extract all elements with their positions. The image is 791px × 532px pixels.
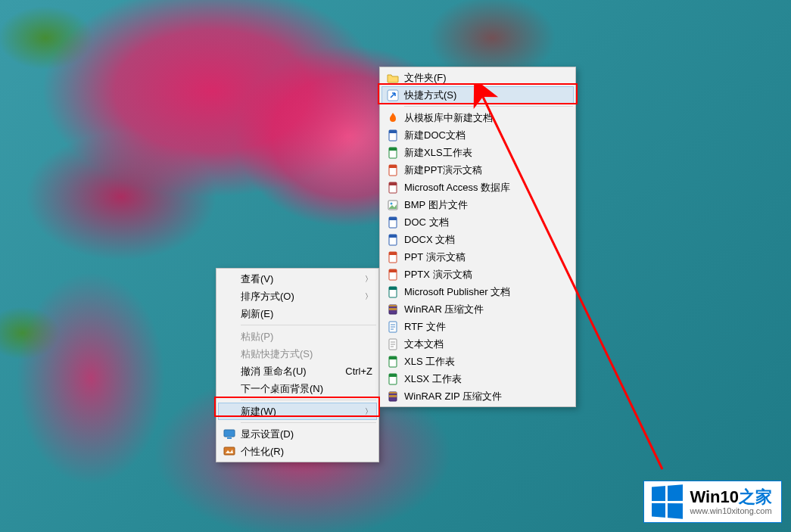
submenu-item[interactable]: Microsoft Publisher 文档: [381, 283, 574, 300]
menu-label: 下一个桌面背景(N): [238, 382, 372, 396]
watermark-badge: Win10之家 www.win10xitong.com: [643, 481, 782, 523]
submenu-item[interactable]: 从模板库中新建文档: [381, 109, 574, 126]
svg-rect-9: [389, 165, 397, 168]
menu-separator: [241, 422, 376, 423]
submenu-label: XLS 工作表: [401, 355, 569, 369]
shortcut-icon: [385, 89, 401, 102]
xls-icon: [385, 355, 401, 369]
submenu-item[interactable]: 新建DOC文档: [381, 126, 574, 144]
submenu-label: 文件夹(F): [401, 71, 569, 85]
submenu-item[interactable]: XLS 工作表: [381, 353, 574, 370]
submenu-label: RTF 文件: [401, 320, 569, 334]
blank-icon: [221, 405, 238, 418]
blank-icon: [221, 382, 238, 396]
submenu-item[interactable]: Microsoft Access 数据库: [381, 179, 574, 196]
rar-icon: [385, 303, 401, 316]
watermark-url: www.win10xitong.com: [690, 506, 772, 515]
submenu-label: XLSX 工作表: [401, 372, 569, 386]
submenu-label: PPTX 演示文稿: [401, 268, 569, 282]
menu-item-paste-shortcut: 粘贴快捷方式(S): [218, 345, 377, 362]
menu-item-display-settings[interactable]: 显示设置(D): [218, 425, 377, 443]
menu-item-next-background[interactable]: 下一个桌面背景(N): [218, 380, 377, 397]
windows-logo-icon: [652, 484, 683, 518]
blank-icon: [221, 272, 238, 286]
submenu-item[interactable]: 文件夹(F): [381, 69, 574, 86]
submenu-label: DOCX 文档: [401, 233, 569, 247]
menu-separator: [241, 400, 376, 400]
submenu-label: 快捷方式(S): [401, 89, 569, 102]
submenu-label: 新建PPT演示文稿: [401, 163, 569, 177]
submenu-item[interactable]: PPT 演示文稿: [381, 248, 574, 266]
menu-item-sort[interactable]: 排序方式(O) 〉: [218, 288, 377, 305]
menu-separator: [241, 325, 376, 325]
svg-rect-21: [389, 269, 397, 272]
submenu-arrow-icon: 〉: [365, 406, 372, 417]
blank-icon: [221, 307, 238, 321]
submenu-label: BMP 图片文件: [401, 198, 569, 212]
svg-rect-32: [389, 374, 397, 377]
pub-icon: [385, 285, 401, 299]
ppt-icon: [385, 163, 401, 177]
submenu-item[interactable]: BMP 图片文件: [381, 196, 574, 213]
menu-item-undo-rename[interactable]: 撤消 重命名(U) Ctrl+Z: [218, 362, 377, 380]
doc-icon: [385, 216, 401, 229]
svg-rect-11: [389, 182, 397, 185]
submenu-label: DOC 文档: [401, 216, 569, 229]
submenu-label: WinRAR ZIP 压缩文件: [401, 390, 569, 403]
ppt-icon: [385, 250, 401, 264]
svg-rect-19: [389, 252, 397, 255]
submenu-item[interactable]: PPTX 演示文稿: [381, 266, 574, 283]
xls-icon: [385, 372, 401, 386]
watermark-title-accent: 之家: [739, 487, 772, 506]
svg-rect-7: [389, 148, 397, 151]
submenu-item[interactable]: XLSX 工作表: [381, 370, 574, 387]
svg-rect-25: [389, 308, 397, 310]
submenu-arrow-icon: 〉: [365, 291, 372, 302]
menu-separator: [404, 106, 573, 107]
menu-label: 查看(V): [238, 272, 359, 286]
menu-label: 排序方式(O): [238, 290, 359, 303]
svg-rect-2: [224, 447, 235, 455]
submenu-item[interactable]: RTF 文件: [381, 318, 574, 335]
svg-rect-34: [389, 395, 397, 397]
svg-rect-35: [389, 392, 397, 394]
desktop-context-menu: 查看(V) 〉 排序方式(O) 〉 刷新(E) 粘贴(P) 粘贴快捷方式(S) …: [216, 268, 379, 462]
submenu-item[interactable]: 文本文档: [381, 335, 574, 353]
submenu-item[interactable]: WinRAR 压缩文件: [381, 300, 574, 318]
menu-item-refresh[interactable]: 刷新(E): [218, 305, 377, 322]
submenu-item[interactable]: 新建XLS工作表: [381, 144, 574, 161]
svg-point-13: [391, 202, 393, 204]
flame-icon: [385, 111, 401, 125]
svg-rect-17: [389, 235, 397, 238]
menu-label: 个性化(R): [238, 445, 372, 459]
menu-item-personalize[interactable]: 个性化(R): [218, 443, 377, 460]
submenu-label: Microsoft Publisher 文档: [401, 285, 569, 299]
svg-rect-1: [227, 437, 232, 439]
submenu-item[interactable]: DOCX 文档: [381, 231, 574, 248]
submenu-label: 新建XLS工作表: [401, 146, 569, 160]
svg-rect-23: [389, 287, 397, 290]
submenu-item[interactable]: 新建PPT演示文稿: [381, 161, 574, 179]
blank-icon: [221, 365, 238, 378]
submenu-item[interactable]: WinRAR ZIP 压缩文件: [381, 387, 574, 405]
menu-shortcut: Ctrl+Z: [345, 366, 372, 377]
rtf-icon: [385, 320, 401, 334]
submenu-item[interactable]: DOC 文档: [381, 213, 574, 231]
submenu-item[interactable]: 快捷方式(S): [381, 86, 574, 104]
menu-label: 刷新(E): [238, 307, 372, 321]
menu-item-paste: 粘贴(P): [218, 328, 377, 345]
doc-icon: [385, 129, 401, 142]
menu-item-view[interactable]: 查看(V) 〉: [218, 270, 377, 288]
submenu-label: 从模板库中新建文档: [401, 111, 569, 125]
svg-rect-30: [389, 356, 397, 359]
submenu-label: 新建DOC文档: [401, 129, 569, 142]
submenu-label: Microsoft Access 数据库: [401, 181, 569, 194]
rar-icon: [385, 390, 401, 403]
new-submenu: 文件夹(F)快捷方式(S)从模板库中新建文档新建DOC文档新建XLS工作表新建P…: [379, 67, 576, 407]
menu-label: 撤消 重命名(U): [238, 365, 338, 378]
menu-item-new[interactable]: 新建(W) 〉: [218, 403, 377, 420]
blank-icon: [221, 290, 238, 303]
blank-icon: [221, 330, 238, 344]
submenu-label: 文本文档: [401, 338, 569, 351]
txt-icon: [385, 338, 401, 351]
